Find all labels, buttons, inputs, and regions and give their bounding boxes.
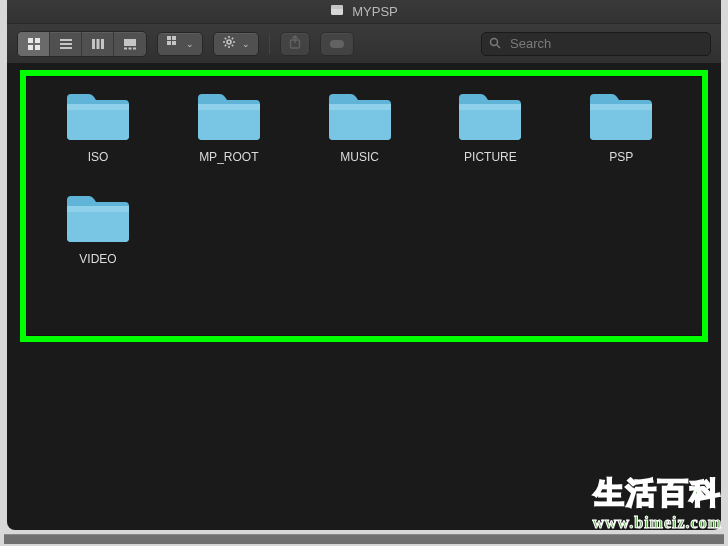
- folder-grid: ISO MP_ROOT MUSIC PICTURE: [19, 76, 709, 280]
- folder-icon: [196, 90, 262, 142]
- gear-icon: [222, 35, 236, 53]
- folder-icon: [327, 90, 393, 142]
- svg-rect-17: [172, 36, 176, 40]
- folder-item-music[interactable]: MUSIC: [305, 90, 415, 164]
- arrange-dropdown[interactable]: ⌄: [157, 32, 203, 56]
- tags-button[interactable]: [320, 32, 354, 56]
- folder-icon: [457, 90, 523, 142]
- list-icon: [59, 37, 73, 51]
- column-view-button[interactable]: [82, 32, 114, 56]
- folder-icon: [65, 192, 131, 244]
- folder-label: MP_ROOT: [199, 150, 258, 164]
- folder-label: PSP: [609, 150, 633, 164]
- gallery-icon: [123, 37, 137, 51]
- folder-label: VIDEO: [79, 252, 116, 266]
- folder-label: MUSIC: [340, 150, 379, 164]
- action-dropdown[interactable]: ⌄: [213, 32, 259, 56]
- view-mode-segmented: [17, 31, 147, 57]
- content-area[interactable]: ISO MP_ROOT MUSIC PICTURE: [7, 64, 721, 292]
- svg-rect-4: [28, 45, 33, 50]
- toolbar-divider: [269, 34, 270, 54]
- folder-item-picture[interactable]: PICTURE: [435, 90, 545, 164]
- svg-point-20: [227, 40, 231, 44]
- window-title: MYPSP: [352, 4, 398, 19]
- svg-rect-10: [96, 39, 99, 49]
- svg-rect-7: [60, 43, 72, 45]
- folder-icon: [65, 90, 131, 142]
- gallery-view-button[interactable]: [114, 32, 146, 56]
- titlebar[interactable]: MYPSP: [7, 0, 721, 24]
- grid-icon: [27, 37, 41, 51]
- toolbar: ⌄ ⌄: [7, 24, 721, 64]
- svg-rect-12: [124, 39, 136, 46]
- search-field-wrap: [481, 32, 711, 56]
- svg-rect-18: [167, 41, 171, 45]
- svg-rect-14: [129, 47, 132, 49]
- svg-rect-5: [35, 45, 40, 50]
- folder-label: ISO: [88, 150, 109, 164]
- folder-label: PICTURE: [464, 150, 517, 164]
- columns-icon: [91, 37, 105, 51]
- svg-rect-8: [60, 47, 72, 49]
- share-button[interactable]: [280, 32, 310, 56]
- page-frame-border: [4, 534, 724, 544]
- svg-rect-9: [92, 39, 95, 49]
- drive-icon: [330, 3, 344, 20]
- svg-rect-11: [101, 39, 104, 49]
- folder-item-video[interactable]: VIDEO: [43, 192, 153, 266]
- folder-icon: [588, 90, 654, 142]
- folder-item-psp[interactable]: PSP: [566, 90, 676, 164]
- finder-window: MYPSP: [7, 0, 721, 530]
- folder-item-iso[interactable]: ISO: [43, 90, 153, 164]
- svg-rect-13: [124, 47, 127, 49]
- folder-item-mproot[interactable]: MP_ROOT: [174, 90, 284, 164]
- svg-rect-16: [167, 36, 171, 40]
- svg-rect-19: [172, 41, 176, 45]
- svg-rect-1: [331, 5, 343, 9]
- tag-icon: [329, 35, 345, 53]
- list-view-button[interactable]: [50, 32, 82, 56]
- chevron-down-icon: ⌄: [242, 39, 250, 49]
- search-input[interactable]: [481, 32, 711, 56]
- svg-rect-22: [330, 40, 344, 48]
- arrange-icon: [166, 35, 180, 53]
- svg-rect-2: [28, 38, 33, 43]
- share-icon: [289, 35, 301, 53]
- svg-rect-6: [60, 39, 72, 41]
- svg-rect-3: [35, 38, 40, 43]
- icon-view-button[interactable]: [18, 32, 50, 56]
- svg-rect-15: [133, 47, 136, 49]
- chevron-down-icon: ⌄: [186, 39, 194, 49]
